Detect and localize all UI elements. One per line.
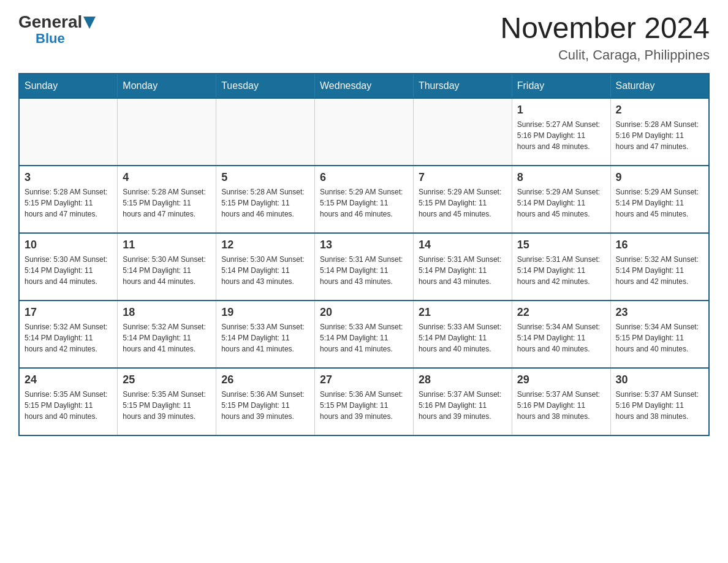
day-info: Sunrise: 5:29 AM Sunset: 5:14 PM Dayligh… <box>517 186 605 220</box>
location-text: Culit, Caraga, Philippines <box>500 47 710 63</box>
day-info: Sunrise: 5:36 AM Sunset: 5:15 PM Dayligh… <box>221 389 309 422</box>
day-number: 14 <box>419 239 507 251</box>
day-of-week-sunday: Sunday <box>19 74 118 98</box>
day-of-week-friday: Friday <box>512 74 610 98</box>
calendar-cell: 7Sunrise: 5:29 AM Sunset: 5:15 PM Daylig… <box>413 166 512 233</box>
day-info: Sunrise: 5:30 AM Sunset: 5:14 PM Dayligh… <box>221 254 309 287</box>
day-number: 10 <box>25 239 112 251</box>
calendar-body: 1Sunrise: 5:27 AM Sunset: 5:16 PM Daylig… <box>19 98 709 435</box>
day-info: Sunrise: 5:31 AM Sunset: 5:14 PM Dayligh… <box>419 254 507 287</box>
day-info: Sunrise: 5:32 AM Sunset: 5:14 PM Dayligh… <box>616 254 703 287</box>
day-number: 27 <box>320 373 408 386</box>
day-number: 16 <box>616 239 703 251</box>
day-number: 5 <box>221 171 309 184</box>
day-info: Sunrise: 5:29 AM Sunset: 5:15 PM Dayligh… <box>419 186 507 220</box>
day-info: Sunrise: 5:30 AM Sunset: 5:14 PM Dayligh… <box>123 254 211 287</box>
week-row-3: 17Sunrise: 5:32 AM Sunset: 5:14 PM Dayli… <box>19 301 709 368</box>
logo: General Blue <box>18 12 96 45</box>
calendar-cell: 4Sunrise: 5:28 AM Sunset: 5:15 PM Daylig… <box>118 166 216 233</box>
day-number: 23 <box>616 306 703 319</box>
days-of-week-row: SundayMondayTuesdayWednesdayThursdayFrid… <box>19 74 709 98</box>
day-number: 19 <box>221 306 309 319</box>
day-info: Sunrise: 5:37 AM Sunset: 5:16 PM Dayligh… <box>616 389 703 422</box>
calendar-cell: 25Sunrise: 5:35 AM Sunset: 5:15 PM Dayli… <box>118 368 216 435</box>
week-row-1: 3Sunrise: 5:28 AM Sunset: 5:15 PM Daylig… <box>19 166 709 233</box>
week-row-0: 1Sunrise: 5:27 AM Sunset: 5:16 PM Daylig… <box>19 98 709 166</box>
day-number: 21 <box>419 306 507 319</box>
calendar-cell <box>413 98 512 166</box>
day-number: 28 <box>419 373 507 386</box>
calendar-cell: 8Sunrise: 5:29 AM Sunset: 5:14 PM Daylig… <box>512 166 610 233</box>
day-info: Sunrise: 5:28 AM Sunset: 5:15 PM Dayligh… <box>123 186 211 220</box>
day-number: 22 <box>517 306 605 319</box>
day-info: Sunrise: 5:27 AM Sunset: 5:16 PM Dayligh… <box>517 119 605 152</box>
calendar-cell <box>216 98 315 166</box>
calendar-cell: 16Sunrise: 5:32 AM Sunset: 5:14 PM Dayli… <box>610 233 709 301</box>
day-info: Sunrise: 5:28 AM Sunset: 5:15 PM Dayligh… <box>25 186 112 220</box>
calendar-cell: 6Sunrise: 5:29 AM Sunset: 5:15 PM Daylig… <box>315 166 414 233</box>
calendar-cell <box>19 98 118 166</box>
day-info: Sunrise: 5:32 AM Sunset: 5:14 PM Dayligh… <box>123 321 211 354</box>
day-number: 6 <box>320 171 408 184</box>
calendar-cell: 24Sunrise: 5:35 AM Sunset: 5:15 PM Dayli… <box>19 368 118 435</box>
day-info: Sunrise: 5:32 AM Sunset: 5:14 PM Dayligh… <box>25 321 112 354</box>
day-info: Sunrise: 5:29 AM Sunset: 5:14 PM Dayligh… <box>616 186 703 220</box>
day-number: 20 <box>320 306 408 319</box>
month-title: November 2024 <box>500 12 710 45</box>
svg-marker-0 <box>83 17 96 29</box>
calendar-cell: 21Sunrise: 5:33 AM Sunset: 5:14 PM Dayli… <box>413 301 512 368</box>
day-info: Sunrise: 5:33 AM Sunset: 5:14 PM Dayligh… <box>221 321 309 354</box>
calendar-cell: 26Sunrise: 5:36 AM Sunset: 5:15 PM Dayli… <box>216 368 315 435</box>
day-info: Sunrise: 5:29 AM Sunset: 5:15 PM Dayligh… <box>320 186 408 220</box>
day-number: 3 <box>25 171 112 184</box>
logo-blue-text: Blue <box>36 32 65 45</box>
day-info: Sunrise: 5:36 AM Sunset: 5:15 PM Dayligh… <box>320 389 408 422</box>
day-number: 17 <box>25 306 112 319</box>
day-info: Sunrise: 5:33 AM Sunset: 5:14 PM Dayligh… <box>419 321 507 354</box>
day-number: 18 <box>123 306 211 319</box>
calendar-header: SundayMondayTuesdayWednesdayThursdayFrid… <box>19 74 709 98</box>
calendar-cell: 5Sunrise: 5:28 AM Sunset: 5:15 PM Daylig… <box>216 166 315 233</box>
calendar-cell: 19Sunrise: 5:33 AM Sunset: 5:14 PM Dayli… <box>216 301 315 368</box>
day-number: 24 <box>25 373 112 386</box>
calendar-table: SundayMondayTuesdayWednesdayThursdayFrid… <box>18 73 710 436</box>
day-number: 15 <box>517 239 605 251</box>
calendar-cell: 17Sunrise: 5:32 AM Sunset: 5:14 PM Dayli… <box>19 301 118 368</box>
week-row-4: 24Sunrise: 5:35 AM Sunset: 5:15 PM Dayli… <box>19 368 709 435</box>
day-number: 2 <box>616 104 703 117</box>
day-number: 1 <box>517 104 605 117</box>
calendar-cell: 29Sunrise: 5:37 AM Sunset: 5:16 PM Dayli… <box>512 368 610 435</box>
calendar-cell: 13Sunrise: 5:31 AM Sunset: 5:14 PM Dayli… <box>315 233 414 301</box>
calendar-cell: 14Sunrise: 5:31 AM Sunset: 5:14 PM Dayli… <box>413 233 512 301</box>
day-number: 11 <box>123 239 211 251</box>
calendar-cell <box>118 98 216 166</box>
day-info: Sunrise: 5:37 AM Sunset: 5:16 PM Dayligh… <box>419 389 507 422</box>
day-number: 9 <box>616 171 703 184</box>
day-info: Sunrise: 5:28 AM Sunset: 5:16 PM Dayligh… <box>616 119 703 152</box>
day-number: 7 <box>419 171 507 184</box>
title-block: November 2024 Culit, Caraga, Philippines <box>500 12 710 63</box>
calendar-cell: 1Sunrise: 5:27 AM Sunset: 5:16 PM Daylig… <box>512 98 610 166</box>
day-info: Sunrise: 5:31 AM Sunset: 5:14 PM Dayligh… <box>320 254 408 287</box>
day-of-week-saturday: Saturday <box>610 74 709 98</box>
day-of-week-tuesday: Tuesday <box>216 74 315 98</box>
calendar-cell <box>315 98 414 166</box>
calendar-cell: 18Sunrise: 5:32 AM Sunset: 5:14 PM Dayli… <box>118 301 216 368</box>
day-number: 29 <box>517 373 605 386</box>
day-info: Sunrise: 5:34 AM Sunset: 5:15 PM Dayligh… <box>616 321 703 354</box>
day-info: Sunrise: 5:33 AM Sunset: 5:14 PM Dayligh… <box>320 321 408 354</box>
day-info: Sunrise: 5:34 AM Sunset: 5:14 PM Dayligh… <box>517 321 605 354</box>
calendar-cell: 12Sunrise: 5:30 AM Sunset: 5:14 PM Dayli… <box>216 233 315 301</box>
calendar-cell: 28Sunrise: 5:37 AM Sunset: 5:16 PM Dayli… <box>413 368 512 435</box>
calendar-cell: 23Sunrise: 5:34 AM Sunset: 5:15 PM Dayli… <box>610 301 709 368</box>
day-info: Sunrise: 5:35 AM Sunset: 5:15 PM Dayligh… <box>123 389 211 422</box>
day-of-week-wednesday: Wednesday <box>315 74 414 98</box>
day-info: Sunrise: 5:28 AM Sunset: 5:15 PM Dayligh… <box>221 186 309 220</box>
calendar-cell: 27Sunrise: 5:36 AM Sunset: 5:15 PM Dayli… <box>315 368 414 435</box>
calendar-cell: 30Sunrise: 5:37 AM Sunset: 5:16 PM Dayli… <box>610 368 709 435</box>
day-of-week-thursday: Thursday <box>413 74 512 98</box>
day-info: Sunrise: 5:30 AM Sunset: 5:14 PM Dayligh… <box>25 254 112 287</box>
day-number: 13 <box>320 239 408 251</box>
calendar-cell: 15Sunrise: 5:31 AM Sunset: 5:14 PM Dayli… <box>512 233 610 301</box>
logo-general-text: General <box>18 12 96 32</box>
